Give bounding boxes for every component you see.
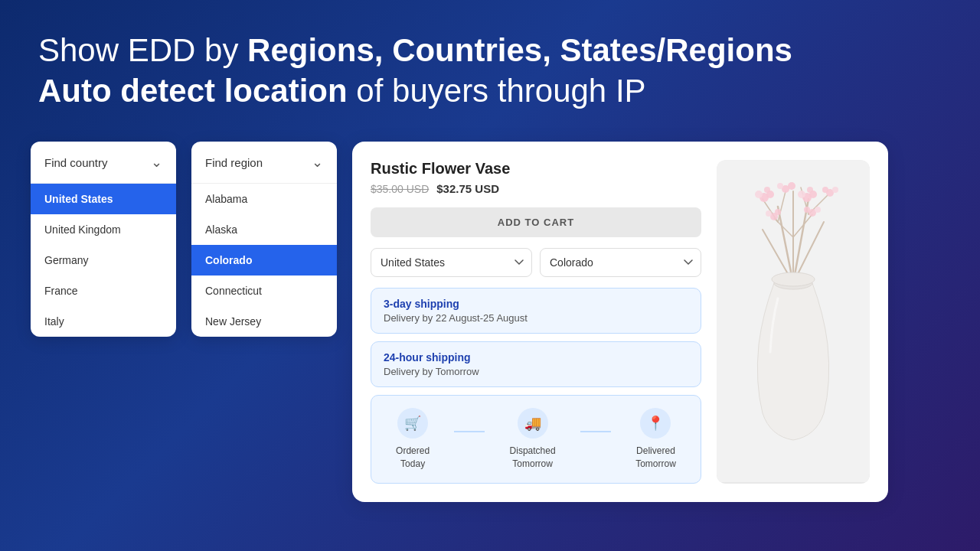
- country-dropdown-panel: Find country ⌄ United States United King…: [31, 142, 176, 337]
- main-content: Find country ⌄ United States United King…: [0, 134, 980, 510]
- list-item[interactable]: New Jersey: [191, 306, 337, 337]
- svg-point-15: [764, 187, 770, 193]
- shipping-option-desc: Delivery by Tomorrow: [384, 366, 688, 377]
- country-dropdown-label: Find country: [44, 156, 108, 169]
- region-chevron-icon: ⌄: [312, 154, 323, 171]
- shipping-option-title: 3-day shipping: [384, 298, 688, 310]
- truck-icon: 🚚: [518, 408, 548, 439]
- headline-bold-2: Auto detect location: [38, 73, 348, 109]
- state-select[interactable]: Colorado Alabama Alaska Connecticut New …: [540, 248, 701, 277]
- price-sale: $32.75 USD: [436, 182, 499, 195]
- headline-line1: Show EDD by Regions, Countries, States/R…: [38, 32, 792, 68]
- step-connector: [454, 431, 485, 432]
- step-label: DeliveredTomorrow: [635, 445, 676, 471]
- headline-bold-1: Regions, Countries, States/Regions: [247, 32, 792, 68]
- product-image: [717, 160, 870, 484]
- list-item[interactable]: Italy: [31, 306, 176, 337]
- svg-point-22: [777, 183, 783, 189]
- country-list: United States United Kingdom Germany Fra…: [31, 184, 176, 337]
- location-icon: 📍: [640, 408, 671, 439]
- list-item[interactable]: Germany: [31, 245, 176, 276]
- step-delivered: 📍 DeliveredTomorrow: [635, 408, 676, 471]
- step-dispatched: 🚚 DispatchedTomorrow: [510, 408, 556, 471]
- product-prices: $35.00 USD $32.75 USD: [371, 182, 701, 195]
- list-item[interactable]: Alaska: [191, 214, 337, 245]
- svg-point-33: [772, 272, 815, 286]
- svg-point-25: [822, 187, 828, 193]
- list-item[interactable]: France: [31, 276, 176, 306]
- region-list: Alabama Alaska Colorado Connecticut New …: [191, 184, 337, 337]
- svg-point-28: [775, 209, 781, 215]
- shipping-option-3day: 3-day shipping Delivery by 22 August-25 …: [371, 288, 701, 334]
- country-chevron-icon: ⌄: [151, 154, 162, 171]
- country-select[interactable]: United States United Kingdom Germany: [371, 248, 532, 277]
- headline: Show EDD by Regions, Countries, States/R…: [38, 31, 942, 111]
- shipping-option-24hr: 24-hour shipping Delivery by Tomorrow: [371, 341, 701, 387]
- region-dropdown-label: Find region: [205, 156, 263, 169]
- svg-point-24: [832, 187, 838, 193]
- location-selects: United States United Kingdom Germany Col…: [371, 248, 701, 277]
- svg-point-30: [815, 207, 821, 213]
- list-item[interactable]: Alabama: [191, 184, 337, 214]
- product-title: Rustic Flower Vase: [371, 160, 701, 178]
- svg-point-31: [804, 207, 810, 213]
- region-dropdown-panel: Find region ⌄ Alabama Alaska Colorado Co…: [191, 142, 337, 337]
- shipping-option-desc: Delivery by 22 August-25 August: [384, 312, 688, 324]
- list-item[interactable]: United States: [31, 184, 176, 214]
- svg-point-27: [766, 210, 772, 217]
- step-ordered: 🛒 OrderedToday: [396, 408, 430, 471]
- step-label: OrderedToday: [396, 445, 430, 471]
- step-connector: [580, 431, 611, 432]
- step-label: DispatchedTomorrow: [510, 445, 556, 471]
- add-to-cart-button[interactable]: ADD TO CART: [371, 207, 701, 237]
- country-dropdown-header[interactable]: Find country ⌄: [31, 142, 176, 184]
- product-card: Rustic Flower Vase $35.00 USD $32.75 USD…: [352, 142, 888, 502]
- product-info: Rustic Flower Vase $35.00 USD $32.75 USD…: [371, 160, 701, 484]
- list-item[interactable]: Colorado: [191, 245, 337, 276]
- list-item[interactable]: United Kingdom: [31, 214, 176, 245]
- svg-point-19: [807, 187, 813, 193]
- list-item[interactable]: Connecticut: [191, 276, 337, 306]
- region-dropdown-header[interactable]: Find region ⌄: [191, 142, 337, 184]
- shipping-option-title: 24-hour shipping: [384, 351, 688, 364]
- headline-line2-rest: of buyers through IP: [348, 73, 646, 109]
- tracking-steps: 🛒 OrderedToday 🚚 DispatchedTomorrow 📍 De…: [371, 395, 701, 484]
- svg-point-18: [798, 191, 805, 198]
- cart-icon: 🛒: [397, 408, 428, 439]
- svg-point-21: [788, 182, 795, 190]
- vase-svg: [717, 161, 870, 482]
- page-header: Show EDD by Regions, Countries, States/R…: [0, 0, 980, 134]
- svg-point-14: [755, 191, 763, 198]
- price-original: $35.00 USD: [371, 183, 429, 195]
